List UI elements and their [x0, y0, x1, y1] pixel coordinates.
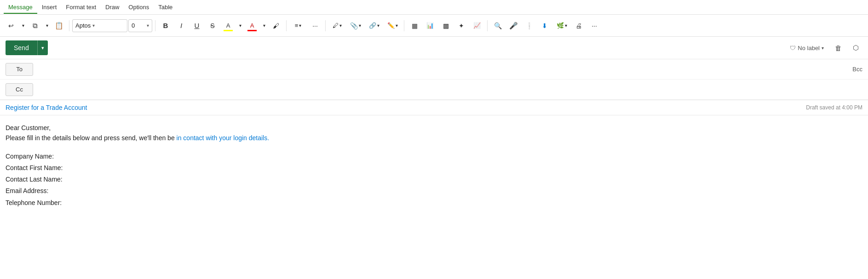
more-options-button[interactable]: ···	[308, 18, 322, 33]
sensitivity-icon: 🖊	[333, 22, 339, 29]
undo-button[interactable]: ↩	[4, 18, 18, 33]
attach-button[interactable]: 📎 ▾	[347, 18, 364, 33]
table-icon: ▦	[412, 22, 418, 29]
italic-button[interactable]: I	[174, 18, 189, 33]
qr-icon: ▩	[443, 22, 449, 29]
format-icon: ✏️	[387, 22, 395, 29]
undo-dropdown-button[interactable]: ▾	[19, 18, 27, 33]
toolbar-overflow-icon: ···	[592, 22, 597, 29]
highlight-icon: A	[226, 22, 230, 29]
more-options-icon: ···	[312, 22, 318, 29]
font-size-value: 0	[132, 22, 135, 29]
more-actions-button[interactable]: 🌿 ▾	[553, 18, 570, 33]
highlight-button[interactable]: A	[221, 18, 236, 33]
shapes-icon: ✦	[459, 22, 464, 29]
menu-item-table[interactable]: Table	[154, 1, 177, 13]
highlight-dropdown-button[interactable]: ▾	[236, 18, 244, 33]
cc-row: Cc	[0, 80, 868, 100]
separator-5	[404, 20, 404, 31]
menu-item-draw[interactable]: Draw	[101, 1, 124, 13]
pop-out-button[interactable]: ⬡	[849, 41, 862, 55]
font-family-value: Aptos	[75, 22, 91, 29]
email-body[interactable]: Dear Customer, Please fill in the detail…	[0, 115, 868, 279]
body-spacer	[6, 143, 862, 151]
toolbar: ↩ ▾ ⧉ ▾ 📋 Aptos ▾ 0 ▾ B I	[0, 15, 868, 37]
sensitivity-button[interactable]: 🖊 ▾	[328, 18, 346, 33]
email-fields: To Bcc Cc	[0, 59, 868, 100]
intro-line: Please fill in the details below and pre…	[6, 133, 862, 143]
link-arrow: ▾	[377, 23, 379, 28]
no-label-button[interactable]: 🛡 No label ▾	[786, 43, 828, 53]
print-icon: 🖨	[575, 22, 582, 29]
bold-button[interactable]: B	[158, 18, 173, 33]
format-painter-button[interactable]: 🖌	[269, 18, 283, 33]
link-button[interactable]: 🔗 ▾	[365, 18, 383, 33]
send-dropdown-button[interactable]: ▾	[37, 40, 48, 55]
separator-2	[155, 20, 155, 31]
menu-item-options[interactable]: Options	[124, 1, 154, 13]
send-button-group: Send ▾	[6, 40, 48, 55]
menu-bar: Message Insert Format text Draw Options …	[0, 0, 868, 15]
sparkline-icon: 📈	[473, 22, 481, 29]
send-button[interactable]: Send	[6, 40, 37, 55]
email-compose-window: Message Insert Format text Draw Options …	[0, 0, 868, 279]
dictate-button[interactable]: 🎤	[506, 18, 521, 33]
font-color-dropdown-button[interactable]: ▾	[260, 18, 268, 33]
highlight-color-bar	[224, 30, 233, 31]
sparkline-button[interactable]: 📈	[470, 18, 484, 33]
trash-icon: 🗑	[835, 44, 842, 52]
cc-input[interactable]	[37, 84, 862, 95]
cc-label-button[interactable]: Cc	[6, 83, 33, 96]
table-button[interactable]: ▦	[407, 18, 422, 33]
format-button[interactable]: ✏️ ▾	[384, 18, 401, 33]
italic-icon: I	[180, 22, 182, 29]
toolbar-overflow-button[interactable]: ···	[587, 18, 602, 33]
intro-text-prefix: Please fill in the details below and pre…	[6, 134, 177, 142]
chart-button[interactable]: 📊	[423, 18, 437, 33]
copy-icon: ⧉	[33, 22, 38, 30]
format-painter-icon: 🖌	[273, 22, 279, 29]
menu-item-insert[interactable]: Insert	[37, 1, 62, 13]
shapes-button[interactable]: ✦	[454, 18, 469, 33]
menu-item-message[interactable]: Message	[4, 1, 37, 13]
font-family-arrow: ▾	[92, 23, 95, 28]
label-shield-icon: 🛡	[790, 45, 796, 51]
paste-format-button[interactable]: 📋	[52, 18, 66, 33]
underline-button[interactable]: U	[190, 18, 204, 33]
no-label-text: No label	[798, 45, 820, 51]
strikethrough-button[interactable]: S	[205, 18, 220, 33]
telephone-number-field: Telephone Number:	[6, 197, 862, 209]
importance-high-button[interactable]: ❕	[522, 18, 536, 33]
attach-icon: 📎	[350, 22, 358, 29]
font-color-button[interactable]: A	[245, 18, 259, 33]
no-label-arrow-icon: ▾	[822, 46, 824, 51]
menu-item-format-text[interactable]: Format text	[61, 1, 101, 13]
copy-button[interactable]: ⧉	[28, 18, 42, 33]
search-button[interactable]: 🔍	[490, 18, 505, 33]
bcc-link[interactable]: Bcc	[852, 66, 862, 73]
underline-icon: U	[195, 22, 200, 29]
subject-input[interactable]	[6, 104, 806, 111]
draft-status: Draft saved at 4:00 PM	[806, 104, 862, 111]
action-bar: Send ▾ 🛡 No label ▾ 🗑 ⬡	[0, 37, 868, 59]
separator-1	[69, 20, 69, 31]
qr-button[interactable]: ▩	[438, 18, 453, 33]
line-spacing-button[interactable]: ≡ ▾	[289, 18, 307, 33]
subject-row: Draft saved at 4:00 PM	[0, 100, 868, 115]
pop-out-icon: ⬡	[853, 44, 859, 52]
more-actions-icon: 🌿	[557, 22, 564, 29]
copy-dropdown-button[interactable]: ▾	[43, 18, 51, 33]
more-actions-arrow: ▾	[565, 23, 567, 28]
contact-last-name-field: Contact Last Name:	[6, 174, 862, 185]
to-label-button[interactable]: To	[6, 63, 33, 76]
delete-button[interactable]: 🗑	[831, 41, 845, 55]
to-row: To Bcc	[0, 59, 868, 80]
font-size-selector[interactable]: 0 ▾	[128, 19, 152, 32]
format-arrow: ▾	[396, 23, 398, 28]
font-family-selector[interactable]: Aptos ▾	[72, 19, 127, 32]
importance-low-button[interactable]: ⬇	[537, 18, 552, 33]
separator-6	[487, 20, 488, 31]
to-input[interactable]	[37, 64, 852, 75]
font-color-bar	[247, 30, 257, 31]
print-button[interactable]: 🖨	[571, 18, 586, 33]
